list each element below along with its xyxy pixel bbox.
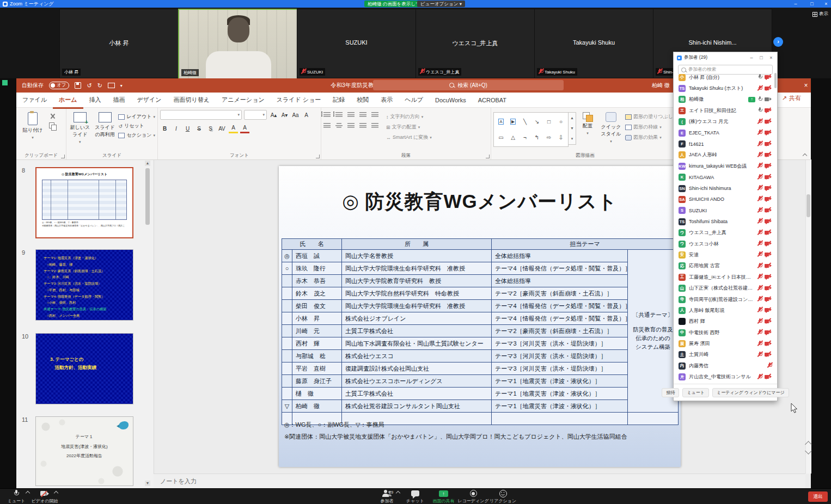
slide-thumbnail-10[interactable]: 3. テーマごとの 活動方針、活動実績 bbox=[35, 333, 133, 404]
tab-DocuWorks[interactable]: DocuWorks bbox=[429, 93, 472, 107]
grow-font-icon[interactable]: A▴ bbox=[269, 111, 278, 119]
text-direction-button[interactable]: ↕文字列の方向▾ bbox=[386, 113, 432, 120]
video-tile[interactable]: 柏崎徹 bbox=[178, 9, 298, 79]
participant-row[interactable]: 土土質川崎 bbox=[674, 349, 774, 360]
share-button[interactable]: ↗ 共有 bbox=[782, 94, 801, 102]
participant-row[interactable]: 小小林 昇 (自分) bbox=[674, 72, 774, 83]
participant-row[interactable]: 内内藤秀信 bbox=[674, 360, 774, 371]
participant-row[interactable]: Ff14621 bbox=[674, 138, 774, 149]
font-name-combobox[interactable]: ▾ bbox=[160, 110, 242, 120]
shape-rectangle-icon[interactable]: □ bbox=[547, 119, 551, 125]
participant-row[interactable]: KKITAGAWA bbox=[674, 172, 774, 183]
participant-row[interactable]: 応応用地質 古宮 bbox=[674, 261, 774, 272]
participant-row[interactable]: エエイト日技_和田佳記 bbox=[674, 105, 774, 116]
participants-panel-header[interactable]: 参加者 (29) – □ × bbox=[674, 52, 777, 62]
clipboard-dialog-launcher[interactable] bbox=[61, 155, 65, 158]
participant-row[interactable]: 安安達 bbox=[674, 249, 774, 260]
align-center-icon[interactable] bbox=[335, 122, 343, 128]
change-case-icon[interactable]: Aa bbox=[291, 111, 300, 119]
numbering-icon[interactable] bbox=[335, 112, 343, 118]
participants-button[interactable]: 29 参加者 bbox=[372, 489, 401, 504]
shapes-scroll-down-icon[interactable]: ▼ bbox=[570, 126, 574, 130]
tab-デザイン[interactable]: デザイン bbox=[131, 93, 168, 107]
shape-fill-button[interactable]: 図形の塗りつぶし bbox=[625, 113, 673, 120]
participant-row[interactable]: SSUZUKI bbox=[674, 205, 774, 216]
thumb-scroll-thumb[interactable] bbox=[145, 168, 150, 225]
participants-scrollbar[interactable] bbox=[774, 73, 777, 88]
line-spacing-icon[interactable] bbox=[371, 112, 378, 118]
mute-options-chevron[interactable] bbox=[26, 491, 30, 495]
slide-thumbnail-11[interactable]: テーマ１地震災害(津波・液状化)2022年度活動報告 bbox=[35, 416, 133, 486]
reuse-slides-button[interactable]: スライドの再利用 bbox=[94, 110, 117, 152]
italic-icon[interactable]: I bbox=[172, 125, 181, 133]
justify-icon[interactable] bbox=[359, 122, 366, 128]
save-icon[interactable] bbox=[75, 82, 81, 89]
tab-校閲[interactable]: 校閲 bbox=[351, 93, 375, 107]
participant-row[interactable]: ウウエスコ_井上真 bbox=[674, 227, 774, 238]
tab-表示[interactable]: 表示 bbox=[375, 93, 399, 107]
text-shadow-icon[interactable]: S bbox=[206, 125, 215, 133]
tab-画面切り替え[interactable]: 画面切り替え bbox=[168, 93, 216, 107]
next-videos-button[interactable]: › bbox=[773, 37, 783, 47]
shape-block-arrow-right-icon[interactable]: ⇨ bbox=[547, 134, 551, 140]
text-highlight-icon[interactable]: A bbox=[229, 124, 238, 133]
participant-row[interactable]: ((株)ウエスコ 月元 bbox=[674, 116, 774, 127]
tab-ヘルプ[interactable]: ヘルプ bbox=[399, 93, 429, 107]
tab-記録[interactable]: 記録 bbox=[327, 93, 351, 107]
font-dialog-launcher[interactable] bbox=[316, 155, 320, 158]
participant-row[interactable]: 柏柏崎徹↑ bbox=[674, 94, 774, 105]
shapes-scroll-up-icon[interactable]: ▲ bbox=[570, 116, 574, 120]
ppt-search-box[interactable]: 検索 (Alt+Q) bbox=[373, 80, 564, 90]
tab-スライド ショー[interactable]: スライド ショー bbox=[271, 93, 327, 107]
tab-ファイル[interactable]: ファイル bbox=[16, 93, 53, 107]
arrange-button[interactable]: 配置 ▾ bbox=[578, 110, 597, 152]
shape-arrow-icon[interactable]: ↘ bbox=[535, 119, 539, 125]
tab-アニメーション[interactable]: アニメーション bbox=[216, 93, 271, 107]
shape-triangle-icon[interactable]: △ bbox=[511, 134, 515, 140]
tab-描画[interactable]: 描画 bbox=[107, 93, 131, 107]
leave-meeting-button[interactable]: 退出 bbox=[808, 491, 828, 502]
record-button[interactable]: レコーディング bbox=[457, 489, 488, 504]
align-left-icon[interactable] bbox=[323, 122, 331, 128]
cut-icon[interactable] bbox=[49, 113, 57, 120]
thumb-scroll-up-icon[interactable]: ▲ bbox=[145, 161, 150, 166]
shape-block-arrow-down-icon[interactable]: ⇩ bbox=[559, 134, 563, 140]
video-tile[interactable]: 小林 昇小林 昇 bbox=[59, 9, 179, 78]
view-options-button[interactable]: ビューオプション ▾ bbox=[417, 1, 465, 7]
new-slide-dropdown-icon[interactable]: ▾ bbox=[79, 140, 81, 144]
shape-rounded-rectangle-icon[interactable]: ▭ bbox=[498, 134, 503, 140]
smartart-button[interactable]: ↔SmartArt に変換▾ bbox=[386, 134, 432, 141]
reset-button[interactable]: ↺リセット bbox=[118, 122, 155, 130]
shapes-more-icon[interactable]: ▾ bbox=[571, 137, 573, 141]
strikethrough-icon[interactable]: S bbox=[194, 125, 204, 133]
participant-row[interactable]: 寺寺田周平((株)荒谷建設コンサルタント) bbox=[674, 294, 774, 305]
columns-icon[interactable] bbox=[371, 122, 378, 128]
collapse-ribbon-icon[interactable] bbox=[803, 153, 807, 158]
maximize-button[interactable]: □ bbox=[807, 0, 817, 8]
participant-row[interactable]: TSTakayuki Shuku (ホスト) bbox=[674, 83, 774, 94]
character-spacing-icon[interactable]: AV bbox=[217, 125, 227, 133]
video-tile[interactable]: SUZUKISUZUKI bbox=[297, 9, 416, 78]
participants-options-chevron[interactable] bbox=[396, 491, 400, 495]
close-button[interactable]: × bbox=[821, 0, 831, 8]
participant-row[interactable]: SASHUICHI ANDO bbox=[674, 194, 774, 205]
participant-row[interactable]: 展展寿 濱田 bbox=[674, 338, 774, 349]
quick-access-dropdown-icon[interactable]: ▾ bbox=[120, 83, 123, 88]
chat-button[interactable]: チャット bbox=[401, 489, 429, 504]
redo-icon[interactable]: ↻ bbox=[97, 82, 102, 89]
layout-button[interactable]: レイアウト▾ bbox=[118, 113, 155, 120]
thumb-scroll-down-icon[interactable]: ▼ bbox=[145, 481, 150, 486]
participant-row[interactable]: 中中電技術 西野 bbox=[674, 327, 774, 338]
underline-icon[interactable]: U bbox=[183, 125, 192, 133]
slide-canvas[interactable]: ◎ 防災教育WGメンバーリスト 氏 名所 属担当テーマ◎西垣 誠岡山大学名誉教授… bbox=[279, 166, 681, 467]
video-tile[interactable]: ウエスコ_井上真ウエスコ_井上真 bbox=[416, 9, 535, 78]
participant-row[interactable]: TSToshifumi Shibata bbox=[674, 216, 774, 227]
panel-footer-button[interactable]: ミュート bbox=[682, 388, 709, 397]
shape-line-icon[interactable]: ╲ bbox=[523, 119, 527, 125]
mute-button[interactable]: ミュート bbox=[2, 489, 30, 504]
start-video-button[interactable]: ビデオの開始 bbox=[30, 489, 59, 504]
slide-thumbnail-9[interactable]: テーマ1: 地震災害（津波・液状化） ○柏崎、藤原、樋テーマ2: 豪雨災害（斜面… bbox=[35, 249, 133, 321]
slideshow-icon[interactable] bbox=[108, 83, 115, 88]
shape-vertical-text-box-icon[interactable]: ▶ bbox=[510, 119, 516, 125]
undo-icon[interactable]: ↺ bbox=[87, 82, 91, 89]
